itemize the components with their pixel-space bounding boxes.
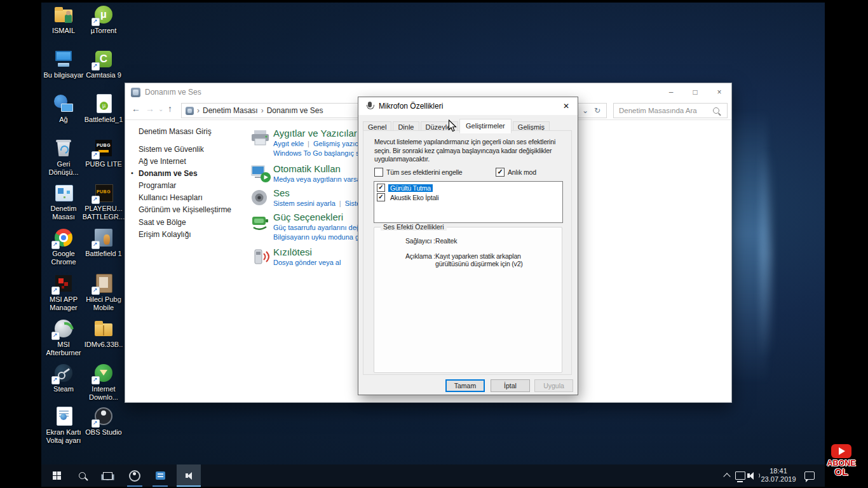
dialog-close-button[interactable]: ✕ (555, 97, 578, 115)
shortcut-arrow-icon (51, 332, 60, 340)
desktop-icon-chrome[interactable]: Google Chrome (43, 227, 85, 266)
taskbar-control-panel-button[interactable] (152, 464, 168, 487)
window-title: Donanım ve Ses (145, 88, 201, 97)
clock-time: 18:41 (758, 467, 799, 475)
utorrent-icon (92, 4, 115, 25)
action-center-button[interactable] (801, 464, 818, 487)
shortcut-arrow-icon (92, 287, 100, 295)
nav-system-security[interactable]: Sistem ve Güvenlik (139, 145, 204, 154)
checkbox-checked[interactable]: ✓ (377, 193, 385, 201)
breadcrumb-hardware-sound[interactable]: Donanım ve Ses (267, 106, 323, 115)
pubg-icon (92, 182, 115, 203)
desktop-icon-obs[interactable]: OBS Studio (83, 405, 125, 437)
camtasia-icon (92, 48, 115, 70)
history-dropdown-icon[interactable]: ⌄ (158, 105, 163, 112)
desktop-icon-battlefield-1[interactable]: Battlefield 1 (83, 227, 125, 258)
maximize-button[interactable]: □ (683, 83, 707, 101)
desktop-icon-voltage-doc[interactable]: Ekran Kartı Voltaj ayarı (43, 405, 85, 445)
desktop-icon-pubg-lite[interactable]: PUBG LITE (83, 137, 125, 168)
nav-programs[interactable]: Programlar (139, 181, 176, 190)
microphone-properties-dialog: Mikrofon Özellikleri ✕ Genel Dinle Düzey… (358, 97, 578, 395)
shortcut-arrow-icon (92, 376, 100, 384)
nav-appearance[interactable]: Görünüm ve Kişiselleştirme (139, 205, 231, 214)
battlefield-1-icon (92, 227, 115, 248)
minimize-button[interactable]: – (659, 83, 683, 101)
folder-icon (92, 318, 115, 339)
enhancements-tab-page: Mevcut listeleme yapılandırmanız için ge… (363, 130, 572, 375)
shortcut-arrow-icon (51, 376, 60, 384)
effect-item-noise-suppression[interactable]: ✓ Gürültü Tutma (374, 183, 562, 193)
nav-user-accounts[interactable]: Kullanıcı Hesapları (139, 193, 203, 202)
desktop-icon-afterburner[interactable]: MSI Afterburner (43, 318, 85, 357)
checkbox-checked[interactable]: ✓ (377, 184, 385, 192)
breadcrumb-app-icon (186, 107, 194, 115)
nav-hardware-sound[interactable]: Donanım ve Ses (139, 169, 198, 178)
close-button[interactable]: × (707, 83, 731, 101)
ok-button[interactable]: Tamam (445, 379, 485, 392)
link-change-power-saving[interactable]: Güç tasarrufu ayarlarını değiştir (273, 224, 371, 231)
shortcut-arrow-icon (92, 151, 100, 159)
tab-gelistirmeler[interactable]: Geliştirmeler (459, 119, 512, 133)
effect-item-acoustic-echo[interactable]: ✓ Akustik Eko İptali (374, 193, 562, 202)
up-button[interactable]: ↑ (168, 104, 172, 114)
group-title: Ses Efekti Özellikleri (381, 223, 447, 231)
link-adjust-system-volume[interactable]: Sistem sesini ayarla (273, 200, 336, 207)
nav-clock-region[interactable]: Saat ve Bölge (139, 218, 186, 227)
desktop-icon-recycle-bin[interactable]: Geri Dönüşü... (43, 137, 85, 177)
tray-clock[interactable]: 18:41 23.07.2019 (758, 467, 799, 484)
desktop-icon-idm[interactable]: Internet Downlo... (83, 362, 125, 402)
desktop-icon-idm-folder[interactable]: IDMv6.33B.. (83, 318, 125, 349)
nav-ease-of-access[interactable]: Erişim Kolaylığı (139, 230, 191, 239)
address-dropdown-icon[interactable]: ⌄ (582, 106, 588, 115)
forward-button[interactable]: → (146, 104, 154, 114)
desktop-icon-utorrent[interactable]: µTorrent (83, 4, 125, 35)
breadcrumb-control-panel[interactable]: Denetim Masası (203, 106, 258, 115)
taskbar-obs-button[interactable] (126, 464, 143, 487)
task-view-icon (103, 472, 112, 480)
infrared-icon (250, 247, 271, 266)
link-add-device[interactable]: Aygıt ekle (273, 140, 304, 147)
nav-home[interactable]: Denetim Masası Giriş (139, 127, 212, 136)
apply-button[interactable]: Uygula (534, 379, 573, 392)
msi-app-icon (52, 273, 75, 294)
desktop-icon-camtasia[interactable]: Camtasia 9 (83, 48, 125, 79)
speaker-icon (250, 188, 271, 207)
speaker-icon (186, 472, 192, 480)
network-icon (735, 471, 745, 480)
nav-network-internet[interactable]: Ağ ve Internet (139, 157, 186, 166)
desktop-icon-pubg[interactable]: PLAYERU... BATTLEGR... (83, 182, 125, 221)
document-icon (52, 405, 75, 427)
desktop-icon-hileci-pubg[interactable]: Hileci Pubg Mobile (83, 273, 125, 312)
clock-date: 23.07.2019 (758, 475, 799, 484)
taskbar-sound-window-button[interactable] (177, 464, 201, 487)
search-box[interactable]: Denetim Masasında Ara (613, 103, 728, 118)
shortcut-arrow-icon (51, 287, 60, 295)
video-file-icon (92, 273, 115, 294)
task-view-button[interactable] (99, 464, 116, 487)
disable-all-effects-checkbox[interactable]: Tüm ses efektlerini engelle (374, 168, 463, 177)
provider-label: Sağlayıcı : (405, 237, 435, 245)
hardware-sound-icon (131, 88, 140, 97)
immediate-mode-checkbox[interactable]: ✓ Anlık mod (496, 168, 536, 177)
refresh-icon[interactable]: ↻ (594, 106, 600, 115)
desktop-icon-battlefield-torrent[interactable]: Battlefield_1 (83, 93, 125, 124)
shortcut-arrow-icon (51, 241, 60, 249)
idm-icon (92, 362, 115, 384)
globe-icon (60, 414, 67, 420)
taskbar-search-button[interactable] (74, 464, 90, 487)
chrome-icon (52, 227, 75, 248)
subscribe-text-line2: OL (822, 468, 860, 476)
user-folder-icon (52, 4, 75, 25)
cancel-button[interactable]: İptal (491, 379, 530, 392)
checkbox-unchecked (374, 168, 383, 177)
action-center-icon (804, 471, 815, 480)
dialog-titlebar[interactable]: Mikrofon Özellikleri (358, 97, 578, 115)
effects-listbox[interactable]: ✓ Gürültü Tutma ✓ Akustik Eko İptali (374, 181, 563, 223)
power-icon (250, 212, 271, 231)
shortcut-arrow-icon (92, 419, 100, 428)
description-value: Kayıt yaparken statik arkaplan gürültüsü… (435, 252, 556, 268)
link-send-receive-file[interactable]: Dosya gönder veya al (273, 259, 341, 266)
active-nav-bullet: • (131, 169, 133, 177)
start-button[interactable] (48, 464, 65, 487)
back-button[interactable]: ← (132, 104, 140, 114)
